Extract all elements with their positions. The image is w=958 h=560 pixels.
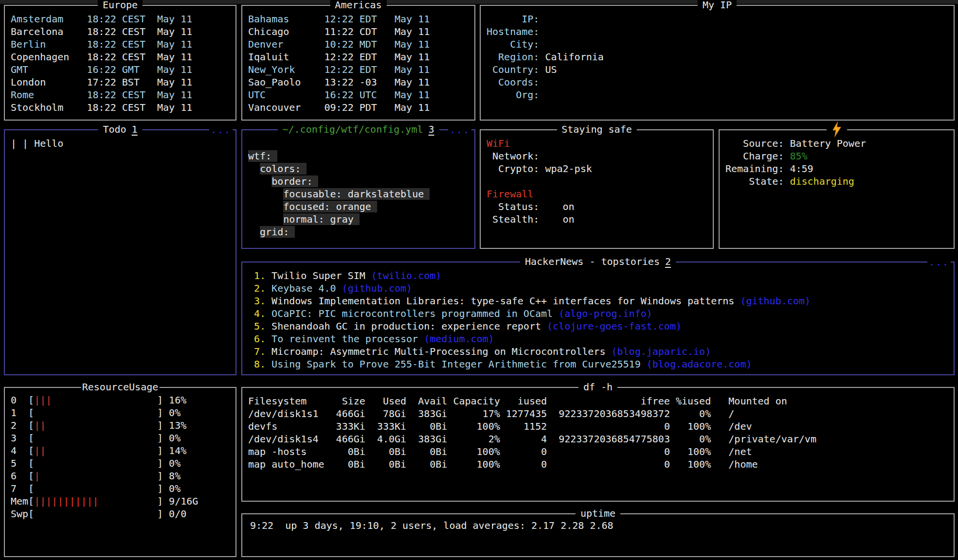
bar-close-bracket: ] [157, 482, 163, 495]
config-code-line: focused: orange [248, 200, 469, 213]
panel-americas: Americas Bahamas12:22 EDTMay 11Chicago11… [241, 5, 475, 121]
story-title[interactable]: To reinvent the processor [271, 332, 418, 345]
ip-info-value: California [545, 51, 603, 63]
story-title[interactable]: Windows Implementation Libraries: type-s… [271, 295, 734, 307]
bar-open-bracket: [ [28, 508, 34, 520]
bar-close-bracket: ] [157, 394, 163, 406]
df-cell: 100% [670, 445, 711, 458]
clock-date: May 11 [395, 76, 430, 88]
story-domain-link[interactable]: (blog.japaric.io) [611, 345, 711, 358]
resource-value: 8% [169, 470, 181, 482]
todo-item[interactable]: | | Hello [11, 137, 230, 150]
bar-close-bracket: ] [157, 495, 163, 508]
df-row: /dev/disk1s1466Gi78Gi383Gi17%12774359223… [248, 407, 948, 420]
clock-time: 09:22 PDT [325, 101, 395, 114]
resource-bar [34, 508, 157, 520]
battery-label: State: [725, 175, 784, 188]
story-domain-link[interactable]: (medium.com) [424, 332, 494, 345]
panel-staying-safe: Staying safe WiFiNetwork:Crypto:wpa2-psk… [480, 129, 714, 249]
clock-row: Amsterdam18:22 CESTMay 11 [11, 13, 230, 25]
hackernews-story-row[interactable]: 4.OCaPIC: PIC microcontrollers programme… [254, 307, 948, 320]
clock-row: Bahamas12:22 EDTMay 11 [248, 13, 469, 25]
story-title[interactable]: Keybase 4.0 [271, 282, 336, 295]
ip-info-row: Region:California [487, 51, 948, 63]
hackernews-story-list: 1.Twilio Super SIM(twilio.com)2.Keybase … [242, 262, 954, 370]
resource-value: 0% [169, 432, 181, 444]
df-row: map -hosts0Bi0Bi0Bi100%00100%/net [248, 445, 948, 458]
hackernews-story-row[interactable]: 3.Windows Implementation Libraries: type… [254, 295, 948, 307]
df-cell: 100% [447, 458, 500, 471]
battery-row: Source:Battery Power [725, 137, 948, 150]
resource-label: 5 [11, 457, 28, 470]
hackernews-story-row[interactable]: 8.Using Spark to Prove 255-Bit Integer A… [254, 358, 948, 370]
df-cell: 2% [447, 433, 500, 445]
story-rank: 2. [254, 282, 266, 295]
clock-row: Berlin18:22 CESTMay 11 [11, 38, 230, 51]
clock-city: Chicago [248, 25, 325, 38]
df-cell: 17% [447, 407, 500, 420]
ip-info-label: IP: [487, 13, 539, 25]
panel-shortcut-number: 1 [132, 123, 138, 135]
panel-config-file[interactable]: ~/.config/wtf/config.yml3 ... wtf:colors… [241, 129, 475, 249]
panel-title-text: uptime [580, 508, 615, 519]
df-row: map auto_home0Bi0Bi0Bi100%00100%/home [248, 458, 948, 471]
resource-usage-row: 6[|]8% [11, 470, 230, 482]
battery-label: Source: [725, 137, 784, 150]
df-cell: 383Gi [406, 433, 447, 445]
clock-date: May 11 [157, 76, 192, 88]
story-title[interactable]: Shenandoah GC in production: experience … [271, 320, 541, 332]
df-header-cell: iused [500, 395, 547, 407]
config-code-line: grid: [248, 226, 469, 238]
clock-date: May 11 [157, 13, 192, 25]
security-section-header: WiFi [487, 137, 707, 150]
hackernews-story-row[interactable]: 2.Keybase 4.0(github.com) [254, 282, 948, 295]
americas-clock-list: Bahamas12:22 EDTMay 11Chicago11:22 CDTMa… [242, 6, 474, 114]
panel-title-todo: Todo1 [98, 123, 142, 136]
panel-title-text: My IP [703, 0, 732, 11]
security-row: Network: [487, 150, 707, 162]
panel-title-europe: Europe [98, 0, 143, 11]
clock-row: Sao_Paolo13:22 -03May 11 [248, 76, 469, 88]
resource-value: 14% [169, 444, 186, 457]
battery-list: Source:Battery PowerCharge:85%Remaining:… [720, 130, 954, 188]
bar-close-bracket: ] [157, 508, 163, 520]
panel-todo[interactable]: Todo1 ... | | Hello [4, 129, 236, 375]
panel-hackernews[interactable]: HackerNews - topstories2 ... 1.Twilio Su… [241, 262, 955, 375]
ip-info-label: Coords: [487, 76, 539, 88]
ip-info-row: Org: [487, 88, 948, 101]
story-domain-link[interactable]: (twilio.com) [371, 269, 442, 282]
ip-info-row: IP: [487, 13, 948, 25]
story-title[interactable]: OCaPIC: PIC microcontrollers programmed … [271, 307, 553, 320]
story-title[interactable]: Using Spark to Prove 255-Bit Integer Ari… [271, 358, 641, 370]
story-title[interactable]: Microamp: Asymmetric Multi-Processing on… [271, 345, 605, 358]
df-cell: 466Gi [325, 407, 365, 420]
story-domain-link[interactable]: (github.com) [740, 295, 811, 307]
df-cell: 100% [447, 420, 500, 433]
panel-df: df -h FilesystemSizeUsedAvailCapacityius… [241, 387, 955, 502]
story-domain-link[interactable]: (github.com) [342, 282, 413, 295]
story-domain-link[interactable]: (algo-prog.info) [559, 307, 652, 320]
bar-open-bracket: [ [28, 394, 34, 406]
hackernews-story-row[interactable]: 1.Twilio Super SIM(twilio.com) [254, 269, 948, 282]
bar-open-bracket: [ [28, 495, 34, 508]
df-cell: 0% [670, 433, 711, 445]
hackernews-story-row[interactable]: 7.Microamp: Asymmetric Multi-Processing … [254, 345, 948, 358]
clock-time: 18:22 CEST [87, 38, 157, 51]
europe-clock-list: Amsterdam18:22 CESTMay 11Barcelona18:22 … [5, 6, 235, 114]
config-code-text: wtf: [248, 150, 277, 162]
hackernews-story-row[interactable]: 6.To reinvent the processor(medium.com) [254, 332, 948, 345]
hackernews-story-row[interactable]: 5.Shenandoah GC in production: experienc… [254, 320, 948, 332]
resource-bar: || [34, 419, 157, 432]
panel-shortcut-number: 2 [665, 256, 671, 267]
resource-label: 3 [11, 432, 28, 444]
security-section-header: Firewall [487, 188, 707, 200]
clock-row: Denver10:22 MDTMay 11 [248, 38, 469, 51]
story-domain-link[interactable]: (clojure-goes-fast.com) [547, 320, 682, 332]
resource-label: 6 [11, 470, 28, 482]
story-title[interactable]: Twilio Super SIM [271, 269, 365, 282]
story-rank: 7. [254, 345, 266, 358]
story-domain-link[interactable]: (blog.adacore.com) [647, 358, 752, 370]
clock-time: 12:22 EDT [325, 63, 395, 76]
panel-uptime: uptime 9:22 up 3 days, 19:10, 2 users, l… [241, 513, 955, 557]
bar-open-bracket: [ [28, 406, 34, 419]
